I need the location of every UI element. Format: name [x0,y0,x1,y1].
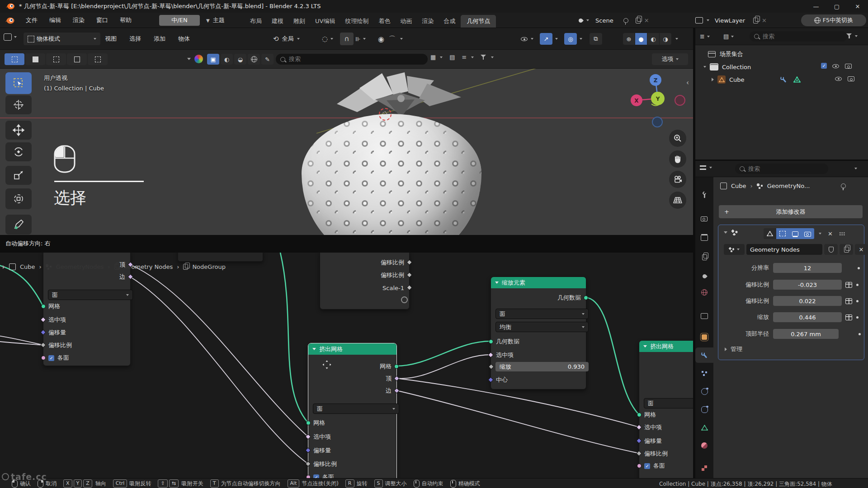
overlays-toggle[interactable]: ◎ [564,33,577,45]
tool-select-box[interactable] [5,72,32,94]
node-extrude-center-header[interactable]: 挤出网格 [308,343,396,355]
panel-collapse-icon[interactable] [724,231,727,234]
port-extend-socket[interactable] [401,296,408,303]
snap-settings-dropdown[interactable]: ⊪ [355,28,366,50]
breadcrumb-object[interactable]: Cube [20,263,35,270]
tool-search-input[interactable]: 搜索 [276,54,428,65]
menu-window[interactable]: 窗口 [90,16,114,24]
tab-collection[interactable] [695,308,713,324]
partial-node[interactable] [178,253,263,262]
port-offset-in[interactable]: 偏移量 [43,327,130,338]
viewlayer-new-icon[interactable] [753,18,758,23]
node-extrude-right[interactable]: 挤出网格 面 网格 选中项 偏移量 偏移比例 各面 [639,340,693,478]
expand-icon[interactable] [712,78,714,81]
port-mesh-out[interactable]: 网格 [308,361,396,372]
individual-checkbox[interactable] [644,463,650,469]
select-mode-new-button[interactable] [5,53,24,65]
scene-pin-icon[interactable] [623,18,628,23]
tab-world[interactable] [695,285,713,300]
mode-dropdown[interactable]: 物体模式 [24,33,100,45]
tab-material[interactable] [695,438,713,453]
port-geometry-out[interactable]: 几何数据 [491,292,586,304]
port-selection-in[interactable]: 选中项 [308,431,396,443]
node-group-outputs[interactable]: 偏移比例 偏移比例 Scale-1 [320,253,410,310]
workspace-tab-compositing[interactable]: 合成 [439,15,460,28]
options-dropdown[interactable]: 选项 [652,53,688,65]
port-selection-in[interactable]: 选中项 [639,422,693,433]
blender-menu-logo-icon[interactable] [5,16,15,24]
tool-move[interactable] [5,121,32,140]
visibility-icon[interactable] [521,36,528,42]
lang-switch-button[interactable]: F5中英切换 [801,14,866,26]
properties-editor-type[interactable] [700,164,712,171]
manage-section[interactable]: 管理 [725,345,742,353]
select-mode-subtract-button[interactable] [46,53,66,65]
offset-scale-field-1[interactable]: -0.023 [773,280,842,290]
shading-material-button[interactable]: ◐ [647,33,659,45]
select-mode-intersect-button[interactable] [88,53,108,65]
list-icon[interactable]: ≡ [462,54,467,61]
viewlayer-name[interactable]: ViewLayer [715,17,745,24]
node-extrude-center[interactable]: 挤出网格 网格 顶 边 面 网格 选中项 偏移量 偏移比例 各面 [308,343,397,478]
viewport-menu-view[interactable]: 视图 [99,35,123,43]
port-selection-in[interactable]: 选中项 [491,349,586,361]
animate-dot[interactable] [856,300,859,302]
node-extrude-right-header[interactable]: 挤出网格 [639,341,693,352]
resolution-field[interactable]: 12 [773,263,842,273]
outliner-filter[interactable] [846,33,858,39]
mode-select[interactable]: 面 [313,404,399,414]
tab-render[interactable] [695,211,713,226]
show-in-editmode-toggle[interactable] [776,228,789,239]
show-on-cage-toggle[interactable] [764,228,776,239]
nodetree-browse-button[interactable] [724,244,745,255]
domain-select[interactable]: 面 [495,309,589,319]
axis-gizmo[interactable]: Z X Y [626,72,689,131]
animate-dot[interactable] [856,284,859,286]
port-top-out[interactable]: 顶 [43,259,130,271]
port-individual-in[interactable]: 各面 [43,352,130,364]
tab-object-data[interactable] [695,420,713,435]
workspace-tab-modeling[interactable]: 建模 [267,15,288,28]
port-individual-in[interactable]: 各面 [639,460,693,472]
unlink-nodetree-button[interactable]: ✕ [855,244,868,255]
scale-field[interactable]: 0.446 [773,312,842,322]
port-side-out[interactable]: 边 [43,271,130,283]
tool-rotate[interactable] [5,142,32,161]
properties-search-input[interactable]: 搜索 [735,164,828,174]
breadcrumb-collapse-icon[interactable] [3,265,5,269]
outliner-editor-type[interactable]: ≣ [700,33,710,40]
tab-object[interactable] [695,329,713,345]
input-attribute-toggle[interactable] [845,314,852,320]
mode-select[interactable]: 面 [48,290,133,300]
viewport-menu-select[interactable]: 选择 [123,35,147,43]
shading-solid-button[interactable]: ● [635,33,647,45]
filter-scene-toggle[interactable]: ◒ [234,54,246,65]
node-scale-elements[interactable]: 缩放元素 几何数据 面 均衡 几何数据 选中项 缩放0.930 中心 [491,277,586,389]
collection-visibility-icon[interactable] [832,63,840,69]
port-top-out[interactable]: 顶 [308,373,396,385]
shading-wireframe-button[interactable]: ⊕ [623,33,635,45]
collection-checkbox[interactable] [821,63,827,69]
scene-browse-icon[interactable] [586,19,589,21]
menu-render[interactable]: 渲染 [67,16,90,24]
filter-brush-toggle[interactable]: ✎ [261,54,274,65]
expand-icon[interactable] [703,66,706,68]
scene-icon[interactable] [578,18,584,23]
workspace-tab-uv[interactable]: UV编辑 [311,15,340,28]
workspace-tab-geometry-nodes[interactable]: 几何节点 [461,15,496,28]
tool-scale[interactable] [5,166,32,185]
tab-particles[interactable] [695,366,713,381]
menu-edit[interactable]: 编辑 [43,16,67,24]
drag-handle-icon[interactable] [839,232,845,236]
filter-world-toggle[interactable] [248,54,260,65]
outliner-row-scene-collection[interactable]: 场景集合 [708,49,743,60]
pan-hand-button[interactable] [669,150,686,168]
breadcrumb-nodegroup[interactable]: NodeGroup [192,263,226,270]
filter-material-toggle[interactable]: ◐ [221,54,233,65]
filter-funnel-icon[interactable] [481,54,487,61]
port-center-in[interactable]: 中心 [491,374,586,386]
port-offset-in[interactable]: 偏移量 [639,435,693,447]
outliner-row-cube[interactable]: Cube [712,74,801,85]
port-individual-in[interactable]: 各面 [308,471,396,478]
port-offset-scale-in[interactable]: 偏移比例 [639,448,693,460]
